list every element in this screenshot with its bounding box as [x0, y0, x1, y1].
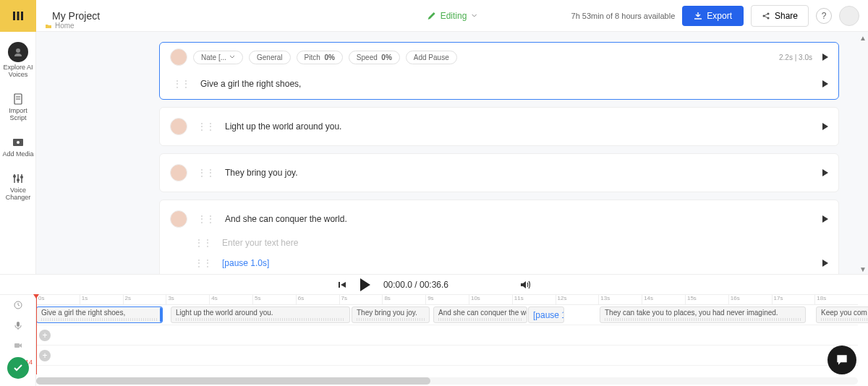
volume-button[interactable]: [519, 279, 531, 291]
vertical-scrollbar[interactable]: ▲ ▼: [859, 35, 865, 273]
ruler-tick: 8s: [382, 295, 425, 304]
voice-avatar[interactable]: [170, 164, 187, 181]
svg-rect-0: [13, 12, 15, 20]
text-input-placeholder[interactable]: Enter your text here: [222, 238, 828, 248]
playback-bar: 00:00.0 / 00:36.6: [0, 274, 868, 294]
status-success-badge[interactable]: [7, 357, 29, 379]
help-button[interactable]: ?: [816, 8, 832, 24]
share-icon: [762, 12, 770, 20]
ruler-tick: 6s: [296, 295, 339, 304]
pause-tag[interactable]: [pause 1.0s]: [222, 258, 269, 268]
script-block-active[interactable]: Nate [... General Pitch 0% Speed 0% Add …: [159, 42, 839, 100]
drag-handle-icon[interactable]: ⋮⋮: [195, 121, 218, 132]
voice-avatar[interactable]: [170, 48, 187, 66]
audio-track[interactable]: Give a girl the right shoes,Light up the…: [36, 305, 858, 325]
script-text[interactable]: And she can conquer the world.: [225, 214, 811, 224]
timeline-clip[interactable]: They can take you to places, you had nev…: [600, 306, 806, 323]
add-clip-button[interactable]: +: [39, 330, 51, 341]
timeline-clip[interactable]: And she can conquer the world.: [433, 306, 527, 323]
chat-support-button[interactable]: [827, 346, 856, 374]
check-icon: [12, 362, 24, 374]
block-header: Nate [... General Pitch 0% Speed 0% Add …: [160, 43, 838, 72]
timeline-horizontal-scrollbar[interactable]: [36, 377, 858, 385]
sidebar-label: Import Script: [9, 107, 27, 121]
video-track[interactable]: +: [36, 325, 858, 346]
app-logo[interactable]: [0, 0, 36, 32]
svg-point-12: [13, 175, 16, 178]
timeline-mic-button[interactable]: [0, 315, 36, 335]
play-line-button[interactable]: [822, 123, 828, 130]
pitch-pill[interactable]: Pitch 0%: [297, 51, 343, 64]
drag-handle-icon[interactable]: ⋮⋮: [195, 214, 218, 224]
play-button[interactable]: [360, 278, 370, 291]
clock-icon: [13, 300, 23, 310]
speed-pill[interactable]: Speed 0%: [349, 51, 400, 64]
script-block[interactable]: ⋮⋮ Light up the world around you.: [159, 107, 839, 146]
drag-handle-icon[interactable]: ⋮⋮: [192, 238, 215, 248]
svg-rect-20: [339, 282, 340, 288]
breadcrumb[interactable]: Home: [45, 22, 75, 30]
share-button[interactable]: Share: [751, 5, 809, 27]
add-clip-button[interactable]: +: [39, 350, 51, 361]
add-pause-pill[interactable]: Add Pause: [406, 51, 457, 64]
skip-back-icon: [337, 280, 347, 290]
music-track[interactable]: +: [36, 346, 858, 366]
timeline-clip[interactable]: [pause 1.0s]: [528, 306, 564, 323]
total-time: 00:36.6: [420, 280, 448, 290]
script-block[interactable]: ⋮⋮ And she can conquer the world. ⋮⋮ Ent…: [159, 200, 839, 274]
script-text[interactable]: Light up the world around you.: [225, 121, 811, 132]
timeline-ruler[interactable]: 0s1s2s3s4s5s6s7s8s9s10s11s12s13s14s15s16…: [36, 295, 858, 305]
play-line-button[interactable]: [822, 260, 828, 267]
timeline-clip[interactable]: Light up the world around you.: [171, 306, 350, 323]
timeline-clip[interactable]: Give a girl the right shoes,: [36, 306, 163, 323]
timeline-clock-button[interactable]: [0, 295, 36, 315]
timeline-video-button[interactable]: [0, 335, 36, 356]
export-button[interactable]: Export: [682, 6, 744, 26]
drag-handle-icon[interactable]: ⋮⋮: [192, 258, 215, 268]
ruler-tick: 9s: [425, 295, 469, 304]
svg-point-13: [17, 179, 20, 181]
logo-icon: [12, 9, 25, 22]
pencil-icon: [427, 12, 436, 20]
voice-avatar[interactable]: [170, 118, 187, 135]
script-text[interactable]: Give a girl the right shoes,: [200, 79, 811, 89]
sidebar-item-import-script[interactable]: Import Script: [0, 84, 36, 127]
ruler-tick: 15s: [685, 295, 728, 304]
sidebar-label: Add Media: [2, 150, 33, 158]
timeline-clip[interactable]: Keep you com: [816, 306, 868, 323]
general-pill[interactable]: General: [249, 51, 291, 64]
project-title[interactable]: My Project: [52, 10, 100, 22]
sidebar-item-voice-changer[interactable]: Voice Changer: [0, 163, 36, 207]
ruler-tick: 4s: [209, 295, 252, 304]
scrollbar-thumb[interactable]: [36, 377, 430, 385]
block-duration: 2.2s | 3.0s: [779, 53, 812, 61]
sidebar-item-add-media[interactable]: Add Media: [0, 127, 36, 163]
ruler-tick: 16s: [728, 295, 772, 304]
play-line-button[interactable]: [822, 215, 828, 223]
svg-line-19: [765, 16, 767, 17]
sidebar-label: Explore AI Voices: [3, 64, 33, 78]
sidebar-item-explore-voices[interactable]: Explore AI Voices: [0, 32, 36, 84]
editing-mode-dropdown[interactable]: Editing: [427, 11, 477, 21]
timeline-clip[interactable]: They bring you joy.: [352, 306, 430, 323]
ruler-tick: 2s: [123, 295, 166, 304]
drag-handle-icon[interactable]: ⋮⋮: [170, 79, 193, 89]
skip-back-button[interactable]: [337, 280, 347, 290]
user-avatar[interactable]: [839, 6, 859, 26]
volume-icon: [519, 279, 531, 291]
voice-select[interactable]: Nate [...: [193, 51, 243, 64]
scroll-up-icon: ▲: [859, 35, 865, 42]
svg-rect-22: [17, 322, 20, 327]
voice-avatar[interactable]: [170, 210, 187, 228]
play-icon: [360, 278, 370, 291]
play-block-button[interactable]: [822, 53, 828, 61]
script-block[interactable]: ⋮⋮ They bring you joy.: [159, 153, 839, 192]
export-label: Export: [707, 11, 732, 21]
playhead[interactable]: [36, 295, 37, 374]
share-label: Share: [775, 11, 798, 21]
ruler-tick: 0s: [36, 295, 80, 304]
drag-handle-icon[interactable]: ⋮⋮: [195, 168, 218, 178]
play-line-button[interactable]: [822, 80, 828, 87]
script-text[interactable]: They bring you joy.: [225, 168, 811, 178]
play-line-button[interactable]: [822, 169, 828, 176]
